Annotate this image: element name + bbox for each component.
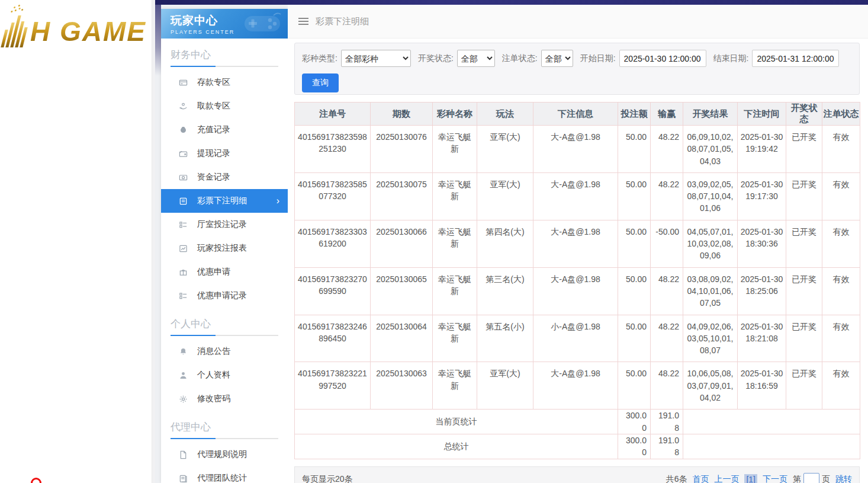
sidebar-item-label: 个人资料 [197, 370, 230, 380]
cell-draw-status: 已开奖 [786, 126, 822, 173]
cell-order-status: 有效 [822, 267, 860, 315]
table-header-row: 注单号 期数 彩种名称 玩法 下注信息 投注额 输赢 开奖结果 下注时间 开奖状… [295, 103, 860, 126]
sidebar-item-change-password[interactable]: 修改密码 [161, 387, 288, 411]
sidebar-item-agent-team-stats[interactable]: 代理团队统计 [161, 466, 288, 483]
sidebar-item-hall-bet-record[interactable]: 厅室投注记录 [161, 213, 288, 236]
next-page-link[interactable]: 下一页 [763, 474, 787, 483]
cell-lottery: 幸运飞艇新 [433, 220, 477, 267]
prev-page-link[interactable]: 上一页 [714, 474, 739, 483]
cell-bet-info: 大-A盘@1.98 [533, 220, 618, 267]
cell-win-loss: 48.22 [651, 267, 683, 315]
sidebar-item-agent-rules[interactable]: 代理规则说明 [161, 443, 288, 466]
sidebar-item-profile[interactable]: 个人资料 [161, 363, 288, 387]
col-play: 玩法 [477, 103, 533, 126]
page-summary-row: 当前页统计 300.00 191.08 [295, 410, 860, 434]
breadcrumb: 彩票下注明细 [316, 16, 369, 27]
col-draw-status: 开奖状态 [786, 103, 822, 126]
start-date-label: 开始日期: [580, 53, 616, 64]
first-page-link[interactable]: 首页 [692, 474, 709, 483]
query-button[interactable]: 查询 [302, 73, 339, 92]
cell-lottery: 幸运飞艇新 [433, 267, 477, 315]
book-stats-icon [179, 474, 188, 483]
section-underline [171, 438, 278, 439]
sidebar-item-player-bet-report[interactable]: 玩家投注报表 [161, 236, 288, 260]
sidebar-item-withdrawal-record[interactable]: 提现记录 [161, 142, 288, 165]
section-finance: 财务中心 [161, 39, 288, 62]
page-jump-input[interactable] [803, 473, 819, 483]
cell-amount: 50.00 [618, 362, 651, 410]
cell-amount: 50.00 [618, 220, 651, 267]
cell-bet-time: 2025-01-30 18:30:36 [738, 220, 786, 267]
hand-coin-icon [179, 102, 188, 111]
person-icon [179, 371, 188, 380]
cell-amount: 50.00 [618, 315, 651, 362]
page-summary-amount: 300.00 [618, 410, 651, 434]
sidebar: 玩家中心 PLAYERS CENTER 财务中心 [161, 9, 288, 483]
cell-result: 03,09,02,05,08,07,10,04,01,06 [683, 172, 738, 220]
sidebar-item-deposit[interactable]: 存款专区 [161, 71, 288, 94]
total-summary-win-loss: 191.08 [651, 434, 683, 459]
red-badge-icon [31, 478, 41, 483]
background-accent [155, 5, 161, 76]
cell-bet-id: 401569173823221997520 [295, 362, 371, 410]
cell-result: 10,06,05,08,03,07,09,01,04,02 [683, 362, 738, 410]
gift-icon [179, 268, 188, 277]
col-issue: 期数 [371, 103, 433, 126]
jump-link[interactable]: 跳转 [835, 474, 852, 483]
jump-suffix-label: 页 [822, 474, 830, 483]
cell-bet-id: 401569173823246896450 [295, 315, 371, 362]
cell-play: 第四名(大) [477, 220, 533, 267]
table-row: 401569173823598251230 20250130076 幸运飞艇新 … [295, 126, 860, 173]
order-status-select[interactable]: 全部 [541, 50, 573, 67]
cell-order-status: 有效 [822, 362, 860, 410]
draw-status-select[interactable]: 全部 [457, 50, 495, 67]
document-icon [179, 450, 188, 459]
cell-order-status: 有效 [822, 315, 860, 362]
cell-issue: 20250130066 [371, 220, 433, 267]
total-summary-empty [683, 434, 860, 459]
draw-status-label: 开奖状态: [418, 53, 454, 64]
col-order-status: 注单状态 [822, 103, 860, 126]
chevron-right-icon: › [277, 196, 279, 206]
logo-text: H GAME [30, 15, 146, 47]
brand-panel: H GAME [0, 0, 152, 483]
main-content: 彩票下注明细 彩种类型: 全部彩种 开奖状态: 全部 注单状态: 全部 开始日期… [288, 5, 868, 483]
start-date-input[interactable] [619, 50, 706, 67]
sidebar-item-promo-apply-record[interactable]: 优惠申请记录 [161, 284, 288, 308]
total-summary-label: 总统计 [295, 434, 618, 459]
cell-win-loss: 48.22 [651, 126, 683, 173]
end-date-input[interactable] [752, 50, 839, 67]
cell-issue: 20250130076 [371, 126, 433, 173]
logo-bars-icon [1, 15, 30, 47]
cell-bet-info: 大-A盘@1.98 [533, 126, 618, 173]
cell-lottery: 幸运飞艇新 [433, 315, 477, 362]
order-status-label: 注单状态: [502, 53, 538, 64]
sidebar-item-withdraw[interactable]: 取款专区 [161, 94, 288, 118]
cell-win-loss: -50.00 [651, 220, 683, 267]
sidebar-item-recharge-record[interactable]: 充值记录 [161, 118, 288, 142]
lottery-type-select[interactable]: 全部彩种 [341, 50, 411, 67]
hamburger-menu-icon[interactable] [298, 21, 308, 22]
cell-bet-info: 大-A盘@1.98 [533, 267, 618, 315]
cell-lottery: 幸运飞艇新 [433, 172, 477, 220]
brand-logo: H GAME [0, 0, 152, 47]
cell-play: 亚军(大) [477, 362, 533, 410]
cell-amount: 50.00 [618, 172, 651, 220]
app-region: 玩家中心 PLAYERS CENTER 财务中心 [155, 0, 868, 483]
end-date-label: 结束日期: [713, 53, 749, 64]
sidebar-item-label: 玩家投注报表 [197, 243, 247, 254]
cell-issue: 20250130063 [371, 362, 433, 410]
sidebar-item-funds-record[interactable]: 资金记录 [161, 165, 288, 189]
cell-issue: 20250130075 [371, 172, 433, 220]
page-summary-win-loss: 191.08 [651, 410, 683, 434]
total-summary-amount: 300.00 [618, 434, 651, 459]
col-bet-time: 下注时间 [738, 103, 786, 126]
cell-lottery: 幸运飞艇新 [433, 362, 477, 410]
sidebar-item-promo-apply[interactable]: 优惠申请 [161, 260, 288, 284]
sidebar-item-lottery-bet-details[interactable]: 彩票下注明细 › [161, 189, 288, 213]
section-agent: 代理中心 [161, 411, 288, 434]
sidebar-item-label: 消息公告 [197, 346, 230, 357]
sidebar-item-announcements[interactable]: 消息公告 [161, 340, 288, 363]
cell-amount: 50.00 [618, 267, 651, 315]
bet-list-icon [179, 197, 188, 206]
